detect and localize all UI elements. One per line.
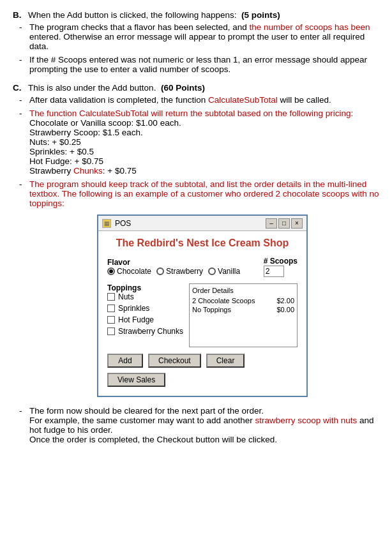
checkbox-strawberry-chunks[interactable] bbox=[107, 327, 115, 335]
flavor-chocolate[interactable]: Chocolate bbox=[107, 267, 151, 276]
footer-dash: - bbox=[19, 406, 26, 444]
topping-sprinkles-label: Sprinkles bbox=[118, 304, 149, 313]
section-c: C. This is also under the Add button. (6… bbox=[13, 83, 379, 397]
checkbox-nuts[interactable] bbox=[107, 293, 115, 301]
pricing-line-6: Strawberry Chunks: + $0.75 bbox=[29, 166, 137, 176]
pos-titlebar: ▦ POS – □ × bbox=[98, 216, 306, 231]
pos-window-wrap: ▦ POS – □ × The Redbird's Nest Ice Cream… bbox=[26, 214, 379, 397]
pos-titlebar-buttons[interactable]: – □ × bbox=[266, 218, 303, 229]
toppings-order-section: Toppings Nuts Sprinkles Hot Fudge bbox=[107, 283, 298, 347]
bullet-c1-text: After data validation is completed, the … bbox=[29, 95, 331, 105]
dash-b2: - bbox=[19, 55, 26, 74]
dash-c2: - bbox=[19, 109, 26, 176]
pos-title-text: POS bbox=[115, 219, 262, 228]
order-row-2: No Toppings $0.00 bbox=[192, 306, 294, 313]
footer-bullet-text: The form now should be cleared for the n… bbox=[29, 406, 379, 444]
order-row-2-price: $0.00 bbox=[276, 306, 294, 313]
flavor-vanilla[interactable]: Vanilla bbox=[208, 267, 240, 276]
bullet-b2-text: If the # Scoops entered was not numeric … bbox=[29, 55, 379, 74]
pricing-line-1: Chocolate or Vanilla scoop: $1.00 each. bbox=[29, 118, 181, 128]
order-row-1-item: 2 Chocolate Scoops bbox=[192, 297, 255, 305]
footer-bullets: - The form now should be cleared for the… bbox=[13, 406, 379, 444]
add-button[interactable]: Add bbox=[107, 354, 143, 368]
topping-nuts[interactable]: Nuts bbox=[107, 292, 184, 301]
close-button[interactable]: × bbox=[291, 218, 303, 229]
bullet-b2: - If the # Scoops entered was not numeri… bbox=[13, 55, 379, 74]
section-b: B. When the Add button is clicked, the f… bbox=[13, 10, 379, 74]
topping-strawberry-chunks[interactable]: Strawberry Chunks bbox=[107, 327, 184, 336]
flavor-label: Flavor bbox=[107, 258, 240, 267]
bullet-c2: - The function CalculateSubTotal will re… bbox=[13, 109, 379, 176]
radio-vanilla[interactable] bbox=[208, 267, 216, 275]
order-row-1-price: $2.00 bbox=[276, 297, 294, 305]
scoops-label: # Scoops bbox=[264, 257, 298, 266]
view-sales-button[interactable]: View Sales bbox=[107, 373, 165, 387]
order-row-2-item: No Toppings bbox=[192, 306, 231, 313]
checkout-button[interactable]: Checkout bbox=[148, 354, 201, 368]
flavor-radio-group[interactable]: Chocolate Strawberry Vanilla bbox=[107, 267, 240, 276]
dash-c3: - bbox=[19, 179, 26, 208]
clear-button[interactable]: Clear bbox=[206, 354, 245, 368]
maximize-button[interactable]: □ bbox=[278, 218, 290, 229]
flavor-strawberry-label: Strawberry bbox=[166, 267, 203, 276]
radio-strawberry[interactable] bbox=[156, 267, 164, 275]
topping-nuts-label: Nuts bbox=[118, 292, 134, 301]
flavor-strawberry[interactable]: Strawberry bbox=[156, 267, 203, 276]
dash-c1: - bbox=[19, 95, 26, 105]
bullet-c3: - The program should keep track of the s… bbox=[13, 179, 379, 208]
order-row-1: 2 Chocolate Scoops $2.00 bbox=[192, 297, 294, 305]
shop-title: The Redbird's Nest Ice Cream Shop bbox=[107, 237, 298, 249]
radio-chocolate[interactable] bbox=[107, 267, 115, 275]
pricing-line-2: Strawberry Scoop: $1.5 each. bbox=[29, 128, 143, 137]
dash-b1: - bbox=[19, 22, 26, 51]
toppings-label: Toppings bbox=[107, 283, 184, 292]
pos-body: The Redbird's Nest Ice Cream Shop Flavor… bbox=[98, 231, 306, 396]
footer-line-2: For example, the same customer may want … bbox=[29, 416, 374, 435]
section-c-bullets: - After data validation is completed, th… bbox=[13, 95, 379, 208]
minimize-button[interactable]: – bbox=[266, 218, 277, 229]
pos-buttons: Add Checkout Clear View Sales bbox=[107, 354, 298, 387]
bullet-c3-text: The program should keep track of the sub… bbox=[29, 179, 379, 208]
section-c-title: This is also under the Add button. (60 P… bbox=[28, 83, 205, 93]
bullet-c1: - After data validation is completed, th… bbox=[13, 95, 379, 105]
flavor-chocolate-label: Chocolate bbox=[117, 267, 151, 276]
pricing-line-5: Hot Fudge: + $0.75 bbox=[29, 156, 103, 166]
flavor-scoops-row: Flavor Chocolate Strawberry bbox=[107, 257, 298, 277]
checkbox-sprinkles[interactable] bbox=[107, 305, 115, 312]
b1-highlight: the number of scoops has been bbox=[249, 22, 370, 32]
footer-line-3: Once the order is completed, the Checkou… bbox=[29, 435, 277, 444]
flavor-vanilla-label: Vanilla bbox=[218, 267, 240, 276]
pricing-line-4: Sprinkles: + $0.5 bbox=[29, 147, 94, 156]
bullet-b1-text: The program checks that a flavor has bee… bbox=[29, 22, 379, 51]
section-c-letter: C. bbox=[13, 83, 24, 93]
order-details-box: Order Details 2 Chocolate Scoops $2.00 N… bbox=[189, 283, 298, 347]
section-b-bullets: - The program checks that a flavor has b… bbox=[13, 22, 379, 74]
footer-section: - The form now should be cleared for the… bbox=[13, 406, 379, 444]
topping-sprinkles[interactable]: Sprinkles bbox=[107, 304, 184, 313]
scoops-input[interactable] bbox=[264, 266, 284, 277]
toppings-section: Toppings Nuts Sprinkles Hot Fudge bbox=[107, 283, 184, 347]
bullet-b1: - The program checks that a flavor has b… bbox=[13, 22, 379, 51]
topping-strawberry-chunks-label: Strawberry Chunks bbox=[118, 327, 183, 336]
topping-hot-fudge-label: Hot Fudge bbox=[118, 315, 154, 324]
section-b-letter: B. bbox=[13, 10, 24, 20]
pos-window: ▦ POS – □ × The Redbird's Nest Ice Cream… bbox=[97, 214, 308, 397]
flavor-section: Flavor Chocolate Strawberry bbox=[107, 258, 240, 276]
scoops-section: # Scoops bbox=[264, 257, 298, 277]
footer-bullet-1: - The form now should be cleared for the… bbox=[13, 406, 379, 444]
bullet-c2-text: The function CalculateSubTotal will retu… bbox=[29, 109, 353, 176]
topping-hot-fudge[interactable]: Hot Fudge bbox=[107, 315, 184, 324]
section-b-title: When the Add button is clicked, the foll… bbox=[28, 10, 280, 20]
pricing-line-3: Nuts: + $0.25 bbox=[29, 137, 81, 147]
order-details-label: Order Details bbox=[192, 287, 294, 294]
checkbox-hot-fudge[interactable] bbox=[107, 316, 115, 324]
pos-titlebar-icon: ▦ bbox=[102, 219, 111, 228]
